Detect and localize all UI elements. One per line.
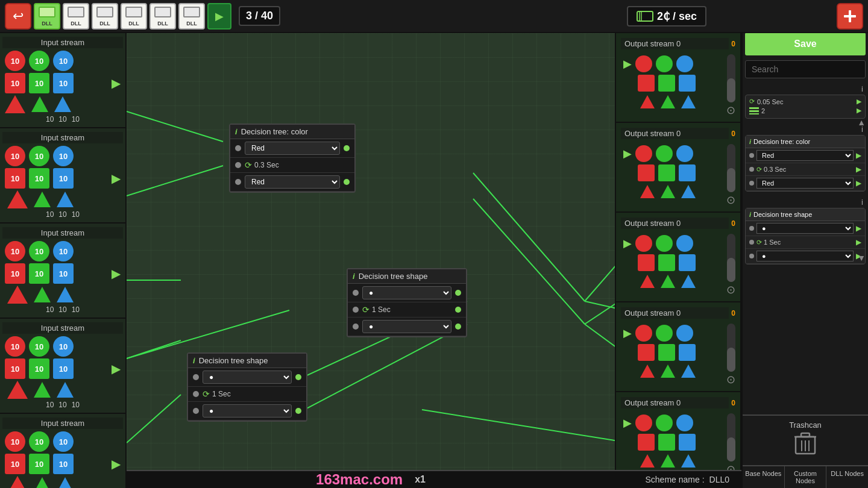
node-connector-out-2 <box>344 179 350 185</box>
trashcan-icon[interactable] <box>794 432 816 460</box>
node-row-timer: ⟳ 0.3 Sec <box>230 158 354 173</box>
shape-square-green: 10 <box>29 73 49 93</box>
output-stream-label-5: Output stream 0 <box>621 397 729 408</box>
tab-dll-nodes[interactable]: DLL Nodes <box>826 466 868 488</box>
output-play-4[interactable]: ▶ <box>623 327 632 340</box>
out-tri-red-2 <box>640 185 655 198</box>
panel-connector-1 <box>749 153 754 158</box>
node-shape-timer-connector <box>353 307 359 313</box>
out-sq-blue-1 <box>679 75 696 92</box>
svg-line-12 <box>473 173 585 301</box>
tab-custom-nodes[interactable]: Custom Nodes <box>785 466 827 488</box>
out-circle-blue-4 <box>676 325 693 342</box>
shape-triangle-blue-4 <box>57 382 74 398</box>
output-play-3[interactable]: ▶ <box>623 237 632 250</box>
dll-tab-4[interactable]: DLL <box>121 3 147 30</box>
shape-circle-red-4: 10 <box>5 336 25 357</box>
panel-connector-2 <box>749 167 754 172</box>
target-icon-2[interactable]: ⊙ <box>726 193 735 207</box>
output-play-1[interactable]: ▶ <box>623 57 632 70</box>
save-button[interactable]: Save <box>745 33 866 55</box>
scroll-up-arrow[interactable]: ▲ <box>857 117 866 127</box>
stream-play-5[interactable]: ▶ <box>112 457 121 471</box>
panel-shape-select-1[interactable]: ● ▲ <box>756 223 854 234</box>
node-decision-color[interactable]: i Decision tree: color Red Green Blue ⟳ … <box>229 124 356 193</box>
out-circle-red-1 <box>635 55 652 72</box>
currency-value: 2₵ / sec <box>657 10 697 23</box>
shape-select-1[interactable]: ● ▲ ■ <box>362 286 451 299</box>
stream-play-4[interactable]: ▶ <box>112 361 121 376</box>
panel-color-arrow-2: ▶ <box>856 165 861 174</box>
node-connector-in <box>235 145 241 151</box>
panel-arrow-r-2: ▶ <box>857 107 861 114</box>
shape-2-select-2[interactable]: ● ▲ ■ <box>203 404 292 418</box>
tab-base-nodes[interactable]: Base Nodes <box>743 466 785 488</box>
scheme-label: Scheme name : <box>645 475 704 484</box>
svg-rect-22 <box>749 107 759 109</box>
out-tri-blue-3 <box>681 275 696 288</box>
settings-button[interactable] <box>837 3 863 30</box>
run-button[interactable]: ▶ <box>207 3 231 30</box>
shape-circle-blue-2: 10 <box>53 146 74 166</box>
out-sq-blue-3 <box>679 254 696 271</box>
target-icon-3[interactable]: ⊙ <box>726 283 735 296</box>
target-icon-1[interactable]: ⊙ <box>726 104 735 117</box>
dll-tab-6[interactable]: DLL <box>178 3 205 30</box>
node-shape-connector-1 <box>353 290 359 296</box>
panel-connector-3 <box>749 181 754 186</box>
back-button[interactable]: ↩ <box>5 3 31 30</box>
input-stream-3: Input stream 10 10 10 10 10 10 ▶ 10 10 1… <box>0 224 125 319</box>
output-stream-header-1: Output stream 0 0 <box>618 37 738 51</box>
output-play-5[interactable]: ▶ <box>623 416 632 430</box>
panel-timer-icon-1: ⟳ <box>749 98 755 105</box>
output-slider-2[interactable] <box>727 144 735 192</box>
node-decision-shape-1[interactable]: i Decision tree shape ● ▲ ■ ⟳ 1 Sec ● <box>347 268 467 337</box>
shape-select-2[interactable]: ● ▲ ■ <box>362 320 451 333</box>
output-slider-3[interactable] <box>727 234 735 282</box>
color-output-select[interactable]: Red Green Blue <box>245 175 340 189</box>
shape-triangle-green-4 <box>34 382 51 398</box>
shape-square-red-2: 10 <box>5 168 25 189</box>
panel-shape-select-2[interactable]: ● ▲ <box>756 251 854 261</box>
shape-square-green-4: 10 <box>29 358 49 379</box>
node-i-icon: i <box>235 127 237 136</box>
output-play-2[interactable]: ▶ <box>623 147 632 160</box>
stream-play-2[interactable]: ▶ <box>112 171 121 186</box>
shape-triangle-green-2 <box>34 192 51 207</box>
panel-color-output-select[interactable]: Red Green <box>756 178 854 189</box>
node-shape-2-row-2: ● ▲ ■ <box>188 402 306 421</box>
svg-line-6 <box>127 166 223 196</box>
info-btn-1[interactable]: i <box>745 83 866 95</box>
shape-circle-red-5: 10 <box>5 431 25 452</box>
dll-tab-5[interactable]: DLL <box>149 3 176 30</box>
search-input[interactable] <box>745 60 866 78</box>
shape-square-blue-5: 10 <box>53 454 74 474</box>
output-slider-4[interactable] <box>727 324 735 372</box>
info-btn-3[interactable]: i <box>745 196 866 208</box>
dll-tab-1[interactable]: DLL <box>34 3 60 30</box>
node-timer: ⟳ 0.3 Sec <box>245 160 350 170</box>
stream-play-3[interactable]: ▶ <box>112 266 121 281</box>
node-decision-shape-2-header: i Decision tree shape <box>188 354 306 368</box>
panel-color-timer: ⟳ 0.3 Sec <box>756 166 854 174</box>
svg-rect-23 <box>749 110 759 112</box>
target-icon-4[interactable]: ⊙ <box>726 373 735 386</box>
dll-tab-3[interactable]: DLL <box>92 3 118 30</box>
output-stream-header-5: Output stream 0 0 <box>618 396 738 410</box>
far-right-panel: ▶ Training ▶ ▶ Test run Save ▲ i ⟳ 0.05 … <box>741 0 868 488</box>
color-select[interactable]: Red Green Blue <box>245 142 340 155</box>
node-decision-shape-2[interactable]: i Decision tree shape ● ▲ ■ ⟳ 1 Sec ● ▲ <box>187 352 307 422</box>
shape-2-select-1[interactable]: ● ▲ ■ <box>203 371 292 384</box>
dll-tab-2[interactable]: DLL <box>63 3 89 30</box>
out-tri-red-1 <box>640 95 655 108</box>
out-tri-green-1 <box>661 95 675 108</box>
output-slider-5[interactable] <box>727 413 735 461</box>
out-tri-green-5 <box>661 454 675 468</box>
panel-color-select[interactable]: Red Green <box>756 150 854 161</box>
stream-play-1[interactable]: ▶ <box>112 76 121 90</box>
info-btn-2[interactable]: i <box>745 124 866 135</box>
scroll-down-arrow[interactable]: ▼ <box>857 253 866 263</box>
input-stream-label-1: Input stream <box>2 37 123 48</box>
output-slider-1[interactable] <box>727 54 735 102</box>
shape-triangle-blue-5 <box>57 477 74 488</box>
